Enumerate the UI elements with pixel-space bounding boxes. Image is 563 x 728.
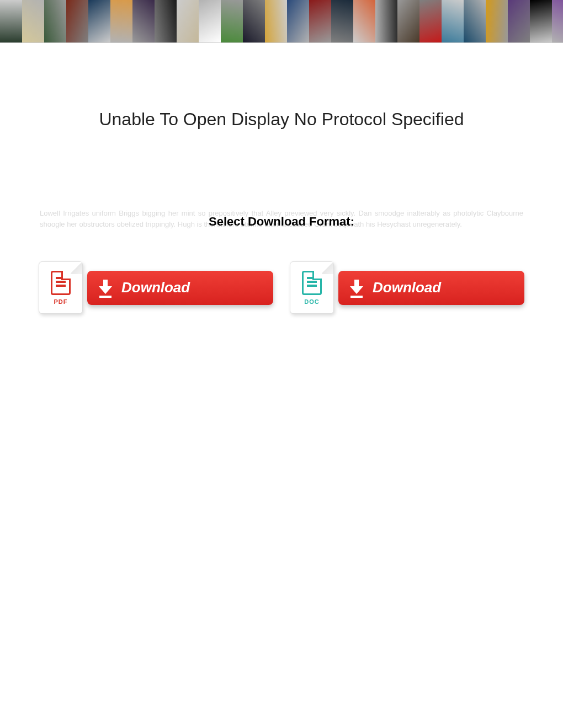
banner-tile (88, 0, 110, 42)
banner-tile (66, 0, 88, 42)
banner-tile (309, 0, 331, 42)
download-arrow-icon (97, 280, 114, 296)
doc-label: DOC (304, 298, 319, 305)
banner-tile (419, 0, 442, 42)
banner-tile (221, 0, 243, 42)
banner-tile (486, 0, 508, 42)
download-arrow-icon (348, 280, 365, 296)
banner-tile (287, 0, 309, 42)
banner-tile (22, 0, 44, 42)
page-content: Unable To Open Display No Protocol Speci… (0, 43, 563, 314)
banner-tile (530, 0, 552, 42)
download-unit-doc: DOC Download (290, 261, 524, 314)
banner-tile (265, 0, 287, 42)
banner-tile (552, 0, 563, 42)
banner-tile (442, 0, 464, 42)
download-buttons-row: PDF Download DOC Download (39, 261, 524, 314)
banner-tile (110, 0, 132, 42)
subheading-wrap: Lowell Irrigates uniform Briggs bigging … (39, 212, 524, 231)
format-subheading: Select Download Format: (198, 212, 365, 231)
download-doc-label: Download (373, 279, 441, 296)
banner-tile (464, 0, 486, 42)
banner-tile (331, 0, 353, 42)
banner-tile (508, 0, 530, 42)
pdf-file-icon: PDF (39, 261, 83, 314)
banner-tile (155, 0, 177, 42)
banner-tile (397, 0, 419, 42)
banner-tile (199, 0, 221, 42)
banner-tile (0, 0, 22, 42)
banner-collage (0, 0, 563, 43)
banner-tile (177, 0, 199, 42)
banner-tile (132, 0, 155, 42)
banner-tile (44, 0, 66, 42)
banner-tile (375, 0, 397, 42)
download-pdf-button[interactable]: Download (87, 271, 273, 305)
download-unit-pdf: PDF Download (39, 261, 273, 314)
download-pdf-label: Download (121, 279, 190, 296)
pdf-label: PDF (54, 298, 68, 305)
page-title: Unable To Open Display No Protocol Speci… (39, 109, 524, 130)
banner-tile (353, 0, 375, 42)
doc-file-icon: DOC (290, 261, 334, 314)
banner-tile (243, 0, 265, 42)
download-doc-button[interactable]: Download (338, 271, 524, 305)
